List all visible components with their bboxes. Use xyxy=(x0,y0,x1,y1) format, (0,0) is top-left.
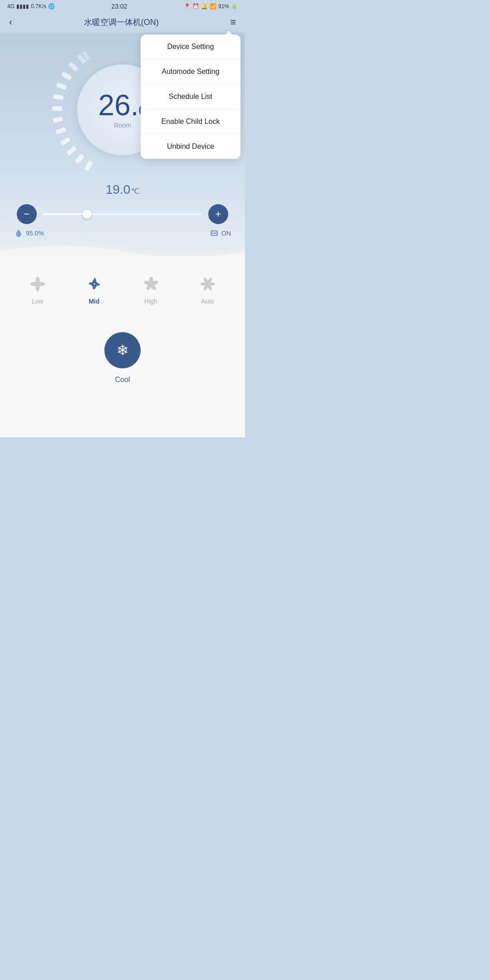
svg-rect-7 xyxy=(53,94,64,100)
fan-mid-icon xyxy=(84,274,104,294)
svg-rect-10 xyxy=(68,62,78,72)
menu-item-schedule[interactable]: Schedule List xyxy=(141,84,240,109)
fan-high-icon xyxy=(141,274,161,294)
temperature-slider-area: − + xyxy=(12,204,233,224)
svg-rect-9 xyxy=(61,72,72,81)
wechat-icon: 🌐 xyxy=(48,3,55,10)
menu-item-unbind[interactable]: Unbind Device xyxy=(141,134,240,159)
menu-item-child-lock[interactable]: Enable Child Lock xyxy=(141,109,240,134)
fan-auto-label: Auto xyxy=(201,298,214,305)
fan-auto-icon xyxy=(198,274,218,294)
svg-point-23 xyxy=(93,283,95,285)
bottom-panel: Low Mid xyxy=(0,256,245,437)
svg-rect-2 xyxy=(66,146,77,156)
fan-low-icon xyxy=(28,274,48,294)
slider-fill xyxy=(42,213,87,215)
svg-rect-3 xyxy=(60,137,71,146)
mode-label: Cool xyxy=(115,376,130,384)
location-icon: 📍 xyxy=(184,3,191,10)
fan-low-svg xyxy=(29,276,46,292)
snowflake-icon: ❄ xyxy=(117,342,129,359)
dropdown-arrow xyxy=(224,31,233,36)
set-temp-value: 19.0 xyxy=(106,182,131,197)
temp-decrease-button[interactable]: − xyxy=(17,204,37,224)
svg-point-21 xyxy=(36,282,39,285)
menu-button[interactable]: ≡ xyxy=(230,16,236,28)
wave-decoration xyxy=(0,229,245,256)
svg-rect-0 xyxy=(84,160,93,171)
svg-rect-5 xyxy=(53,117,63,123)
fan-speed-low[interactable]: Low xyxy=(28,274,48,305)
data-speed: 0.7K/s xyxy=(31,3,46,10)
dropdown-menu: Device Setting Automode Setting Schedule… xyxy=(141,34,240,159)
status-bar: 4G ▮▮▮▮ 0.7K/s 🌐 23:02 📍 ⏰ 🔔 📶 91% 🔋 xyxy=(0,0,245,12)
fan-high-svg xyxy=(143,276,159,292)
back-button[interactable]: ‹ xyxy=(9,16,12,28)
alarm-icon: ⏰ xyxy=(192,3,199,10)
signal-strength: 4G xyxy=(7,3,15,10)
current-temperature: 26. xyxy=(98,91,139,120)
fan-high-label: High xyxy=(144,298,157,305)
svg-rect-6 xyxy=(52,106,62,111)
svg-point-36 xyxy=(206,282,209,285)
slider-thumb[interactable] xyxy=(83,210,92,219)
svg-point-29 xyxy=(149,282,152,285)
wifi-icon: 📶 xyxy=(210,3,216,10)
svg-rect-1 xyxy=(74,154,84,164)
page-title: 水暖空调一体机(ON) xyxy=(84,17,159,28)
app-header: ‹ 水暖空调一体机(ON) ≡ Device Setting Automode … xyxy=(0,12,245,33)
temp-unit: ℃ xyxy=(131,187,139,196)
fan-speed-high[interactable]: High xyxy=(141,274,161,305)
mode-section: ❄ Cool xyxy=(9,332,236,384)
battery-icon: 🔋 xyxy=(231,3,238,10)
svg-rect-4 xyxy=(55,127,66,135)
battery-percent: 91% xyxy=(218,3,229,10)
mode-cool-button[interactable]: ❄ xyxy=(104,332,141,368)
menu-item-device-setting[interactable]: Device Setting xyxy=(141,34,240,59)
time-display: 23:02 xyxy=(111,3,127,10)
notification-icon: 🔔 xyxy=(201,3,208,10)
status-left: 4G ▮▮▮▮ 0.7K/s 🌐 xyxy=(7,3,55,10)
svg-rect-8 xyxy=(56,82,67,90)
fan-mid-label: Mid xyxy=(88,298,99,305)
temp-increase-button[interactable]: + xyxy=(208,204,228,224)
set-temperature-display: 19.0 ℃ xyxy=(106,178,140,197)
fan-mid-svg xyxy=(86,276,103,292)
menu-item-automode[interactable]: Automode Setting xyxy=(141,59,240,84)
signal-bars: ▮▮▮▮ xyxy=(16,3,29,10)
fan-low-label: Low xyxy=(32,298,44,305)
fan-speed-row: Low Mid xyxy=(9,274,236,305)
room-label: Room xyxy=(114,122,131,129)
status-right: 📍 ⏰ 🔔 📶 91% 🔋 xyxy=(184,3,238,10)
fan-speed-auto[interactable]: Auto xyxy=(198,274,218,305)
fan-speed-mid[interactable]: Mid xyxy=(84,274,104,305)
slider-track[interactable] xyxy=(42,213,203,215)
fan-auto-svg xyxy=(200,276,216,292)
